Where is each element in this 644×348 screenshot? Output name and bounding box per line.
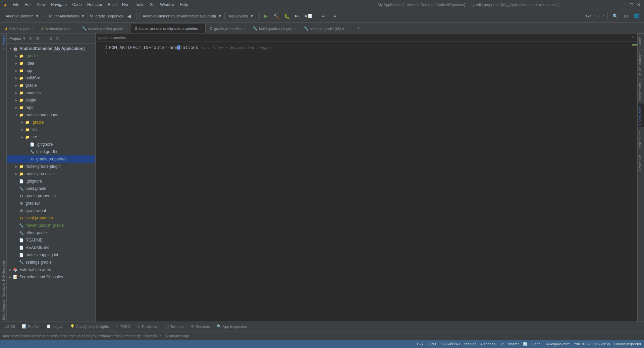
code-editor[interactable]: POM_ARTIFACT_ID=router-annotations You, … xyxy=(109,42,632,322)
close-icon[interactable]: × xyxy=(125,27,127,30)
sync-icon[interactable]: ⟳ xyxy=(28,36,34,42)
close-button[interactable]: ✕ xyxy=(636,2,641,7)
pull-requests-button[interactable]: Pull Requests xyxy=(0,259,7,282)
list-item[interactable]: 📄 README.md xyxy=(7,244,95,251)
maximize-button[interactable]: ⧠ xyxy=(629,2,634,7)
list-item[interactable]: ⚙ local.properties xyxy=(7,214,95,222)
list-item[interactable]: 🔧 maven.publish.gradle xyxy=(7,222,95,229)
menu-run[interactable]: Run xyxy=(120,2,131,8)
list-item[interactable]: ▶ 📁 plugin xyxy=(7,96,95,104)
chevron-down-icon[interactable]: ▼ xyxy=(22,36,26,41)
tab-build-gradle-plugin[interactable]: 🔧 build.gradle (:plugin) × xyxy=(249,24,300,33)
cursor-position[interactable]: 1:27 xyxy=(416,342,423,346)
close-icon[interactable]: × xyxy=(350,27,352,30)
device-manager-tab[interactable]: Device Manager xyxy=(638,49,644,79)
menu-view[interactable]: View xyxy=(35,2,48,8)
menu-navigate[interactable]: Navigate xyxy=(49,2,69,8)
tab-maven-publish[interactable]: 🔧 maven.publish.gradle × xyxy=(78,24,131,33)
device-file-tab[interactable]: Device File xyxy=(638,152,644,173)
bookmarks-tool-button[interactable]: ⊹ xyxy=(0,47,7,52)
notifications-tab[interactable]: Notifications xyxy=(638,79,644,103)
project-tool-button[interactable]: Project xyxy=(0,33,7,47)
build-button[interactable]: 🔨 xyxy=(272,11,281,21)
tree-external-libraries[interactable]: ▶ 📚 External Libraries xyxy=(7,266,95,273)
menu-tools[interactable]: Tools xyxy=(133,2,146,8)
search-everywhere-button[interactable]: 🔍 xyxy=(610,11,620,21)
menu-code[interactable]: Code xyxy=(70,2,84,8)
minimize-button[interactable]: − xyxy=(621,2,627,7)
menu-edit[interactable]: Edit xyxy=(22,2,34,8)
charset-label[interactable]: ISO-8859-1 xyxy=(441,342,461,346)
settings-icon[interactable]: ⚙ xyxy=(48,36,54,42)
menu-refactor[interactable]: Refactor xyxy=(85,2,104,8)
tab-settings-gradle[interactable]: 🔧 settings.gradle (My A... × xyxy=(300,24,355,33)
coverage-button[interactable]: ▶⊕ xyxy=(293,11,303,21)
list-item[interactable]: 🔧 build.gradle xyxy=(7,185,95,192)
list-item[interactable]: 🔧 build.gradle xyxy=(7,148,95,155)
tab-destinatign[interactable]: J Destinatign.java × xyxy=(37,24,78,33)
list-item[interactable]: ▶ 📁 modules xyxy=(7,89,95,96)
list-item[interactable]: ▶ 📁 src xyxy=(7,133,95,141)
undo-button[interactable]: ↩ xyxy=(319,11,328,21)
close-icon[interactable]: × xyxy=(200,27,202,30)
list-item[interactable]: ▶ 📁 app xyxy=(7,67,95,74)
dots-icon[interactable]: ⋮ xyxy=(41,36,47,42)
navigate-back-button[interactable]: ◀ xyxy=(124,11,134,21)
build-variants-button[interactable]: Build Variants xyxy=(0,298,7,322)
more-tabs-button[interactable]: ▼ xyxy=(355,24,362,33)
menu-file[interactable]: File xyxy=(11,2,21,8)
menu-build[interactable]: Build xyxy=(106,2,119,8)
tree-scratches-consoles[interactable]: ▶ 📝 Scratches and Consoles xyxy=(7,273,95,281)
close-panel-icon[interactable]: ✕ xyxy=(54,36,60,42)
codeglance-tab[interactable]: CodeGlance xyxy=(638,103,644,128)
git-tab[interactable]: ⎇ Git xyxy=(3,323,17,331)
profiler-tab[interactable]: 📊 Profiler xyxy=(20,323,42,331)
tabs-overflow-button[interactable]: ⋮ xyxy=(362,24,368,33)
line-endings[interactable]: CRLF xyxy=(428,342,437,346)
close-icon[interactable]: × xyxy=(294,27,297,30)
list-item[interactable]: 📄 .gitignore xyxy=(7,141,95,148)
tree-router-annotations[interactable]: ▼ 📁 router-annotations xyxy=(7,111,95,119)
git-branch-label[interactable]: master xyxy=(508,342,519,346)
gradle-panel-tab[interactable]: Gradle xyxy=(638,33,644,49)
run-config-dropdown[interactable]: AndroidCommon:router-annotations [publis… xyxy=(140,12,225,20)
menu-git[interactable]: Git xyxy=(148,2,157,8)
editor-scroll-gutter[interactable] xyxy=(632,42,637,322)
tabline-chat-tab[interactable]: Tabline Chat xyxy=(638,128,644,152)
tree-root[interactable]: ▼ 🤖 AndroidCommon [My Application] xyxy=(7,45,95,52)
resource-manager-button[interactable]: ☰ xyxy=(0,52,7,58)
tree-gradle-properties-selected[interactable]: ⚙ gradle.properties xyxy=(7,155,95,163)
list-item[interactable]: ▶ 📁 libs xyxy=(7,126,95,133)
close-icon[interactable]: × xyxy=(32,27,34,30)
list-item[interactable]: 🔧 settings.gradle xyxy=(7,259,95,266)
list-item[interactable]: ⚙ gradlew.bat xyxy=(7,207,95,214)
list-item[interactable]: ⚙ gradle.properties xyxy=(7,192,95,200)
terminal-tab[interactable]: ⬛ Terminal xyxy=(162,323,186,331)
profile-button[interactable]: ▶📊 xyxy=(304,11,313,21)
list-item[interactable]: ▶ 📁 router-gradle-plugin xyxy=(7,163,95,170)
list-item[interactable]: ▶ 📁 .gradle xyxy=(7,52,95,60)
module-dropdown[interactable]: router-annotations ▼ xyxy=(46,12,88,20)
device-dropdown[interactable]: No Devices ▼ xyxy=(226,12,260,20)
list-item[interactable]: ▶ 📁 .gradle xyxy=(7,119,95,126)
list-item[interactable]: ▶ 📁 buildSrc xyxy=(7,74,95,82)
menu-help[interactable]: Help xyxy=(178,2,190,8)
list-item[interactable]: 📄 .gitignore xyxy=(7,178,95,185)
list-item[interactable]: ⚙ gradlew xyxy=(7,200,95,207)
list-item[interactable]: 📄 router-mapping.txt xyxy=(7,251,95,259)
app-quality-insights-tab[interactable]: 💡 App Quality Insights xyxy=(68,323,111,331)
list-item[interactable]: ▶ 📁 gradle xyxy=(7,82,95,89)
indent-label[interactable]: 4 spaces xyxy=(481,342,495,346)
list-item[interactable]: 🔧 other.gradle xyxy=(7,229,95,236)
logcat-tab[interactable]: 📋 Logcat xyxy=(44,323,65,331)
list-item[interactable]: ▶ 📁 router-processor xyxy=(7,170,95,178)
project-dropdown[interactable]: AndroidCommon ▼ xyxy=(3,12,42,20)
redo-button[interactable]: ↪ xyxy=(330,11,339,21)
tab-router-annotations-gradle[interactable]: ⚙ router-annotations\gradle.properties × xyxy=(131,24,206,33)
structure-button[interactable]: Structure xyxy=(0,282,7,298)
menu-window[interactable]: Window xyxy=(158,2,176,8)
tabnine-label[interactable]: tabnine xyxy=(465,342,477,346)
translate-button[interactable]: 🌐 xyxy=(632,11,641,21)
tab-gradle-properties[interactable]: ⚙ gradle.properties × xyxy=(206,24,249,33)
tab-mnview[interactable]: J MNView.java × xyxy=(1,24,37,33)
